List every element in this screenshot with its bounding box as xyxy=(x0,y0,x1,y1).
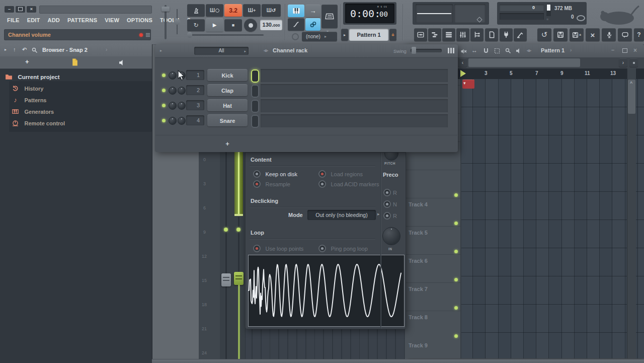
step-edit-button[interactable]: Ш+ xyxy=(243,4,261,17)
mute-icon[interactable] xyxy=(461,48,467,54)
menu-add[interactable]: ADD xyxy=(48,17,60,23)
option-load-regions[interactable]: Load regions xyxy=(318,169,363,178)
oscilloscope[interactable] xyxy=(416,4,453,23)
play-button[interactable]: ▶ xyxy=(206,18,223,32)
tree-item-history[interactable]: History xyxy=(12,84,43,93)
declick-mode-selector[interactable]: Out only (no bleeding) xyxy=(307,210,376,220)
wait-for-input-button[interactable]: Ш xyxy=(206,4,223,17)
tree-item-remote-control[interactable]: Remote control xyxy=(12,118,65,127)
stop-button[interactable]: ■ xyxy=(224,19,242,31)
channel-pan-knob[interactable] xyxy=(169,117,177,125)
maximize-button[interactable] xyxy=(16,6,25,13)
help-button[interactable]: ? xyxy=(634,28,644,41)
step-sequencer-area[interactable] xyxy=(261,69,448,82)
pattern-prev-button[interactable]: ▸ xyxy=(341,29,348,41)
browser-button[interactable] xyxy=(470,28,484,41)
track-led[interactable] xyxy=(454,250,458,253)
rack-display-grid-icon[interactable] xyxy=(448,48,449,53)
pattern-next-button[interactable]: + xyxy=(389,29,396,41)
channel-button[interactable]: Hat xyxy=(207,99,248,111)
close-button[interactable]: × xyxy=(27,6,36,13)
touch-controller-button[interactable] xyxy=(514,28,527,41)
lane-led[interactable] xyxy=(224,228,228,232)
channel-led-strip[interactable] xyxy=(251,69,259,83)
browser-audio-tab-icon[interactable] xyxy=(119,59,125,66)
step-sequencer-area[interactable] xyxy=(261,99,448,112)
rack-menu-chevron[interactable]: ▸ xyxy=(160,48,162,53)
browser-file-tab-icon[interactable] xyxy=(71,58,78,66)
channel-pan-knob[interactable] xyxy=(169,87,177,95)
select-icon[interactable] xyxy=(494,48,500,54)
track-name[interactable]: Track 6 xyxy=(409,258,428,264)
browser-add-tab[interactable]: + xyxy=(25,58,29,65)
rack-titlebar[interactable]: ▸ All▸ ◃▹ Channel rack Swing xyxy=(155,44,458,58)
step-sequencer-area[interactable] xyxy=(261,114,448,127)
channel-pan-knob[interactable] xyxy=(169,102,177,110)
channel-filter-selector[interactable]: All▸ xyxy=(194,47,249,55)
track-name[interactable]: Track 7 xyxy=(409,286,428,292)
render-button[interactable]: × xyxy=(586,28,600,41)
scroll-options-button[interactable] xyxy=(629,58,638,67)
playlist-minimize-button[interactable]: – xyxy=(611,47,614,53)
browser-search-icon[interactable] xyxy=(32,47,38,53)
channel-button[interactable]: Kick xyxy=(207,69,248,81)
piano-roll-button[interactable] xyxy=(428,28,441,41)
v-scrollbar[interactable]: ^ xyxy=(627,68,636,358)
magnet-icon[interactable] xyxy=(483,48,489,54)
mode-chevron[interactable]: ▸ xyxy=(377,211,380,216)
fx-normalize[interactable]: N xyxy=(383,199,397,208)
shuffle-handle[interactable] xyxy=(187,32,192,38)
channel-volume-knob[interactable] xyxy=(178,87,186,95)
h-scrollbar-thumb[interactable] xyxy=(468,58,580,67)
channel-enable-led[interactable] xyxy=(162,74,166,77)
playlist-close-button[interactable]: × xyxy=(633,47,637,54)
rack-slide-icon[interactable]: ◃▹ xyxy=(264,48,268,53)
record-button[interactable] xyxy=(244,19,257,32)
channel-enable-led[interactable] xyxy=(162,89,166,92)
channel-volume-knob[interactable] xyxy=(178,117,186,125)
menu-edit[interactable]: EDIT xyxy=(27,17,40,23)
channel-enable-led[interactable] xyxy=(162,119,166,122)
channel-button[interactable]: Snare xyxy=(207,114,248,126)
browser-collapse-icon[interactable]: ▸ xyxy=(5,47,7,52)
plugin-picker-button[interactable] xyxy=(485,28,498,41)
browser-back-icon[interactable]: ↶ xyxy=(22,46,27,53)
browser-up-icon[interactable]: ↑ xyxy=(13,46,16,52)
save-new-version-button[interactable]: + xyxy=(570,28,584,41)
playlist-grid[interactable] xyxy=(460,79,644,358)
menu-options[interactable]: OPTIONS xyxy=(127,17,152,23)
track-name[interactable]: Track 8 xyxy=(409,314,428,320)
snap-selector[interactable]: (none)▸ xyxy=(302,32,337,41)
track-name[interactable]: Track 5 xyxy=(409,230,428,236)
fx-reverse[interactable]: R xyxy=(383,211,397,220)
audio-recording-button[interactable] xyxy=(602,28,616,41)
playlist-maximize-button[interactable] xyxy=(622,48,627,53)
typing-keyboard-button[interactable] xyxy=(321,5,338,28)
pan-arrows-icon[interactable]: ↔ xyxy=(471,47,477,54)
option-ping-pong[interactable]: Ping pong loop xyxy=(318,244,368,253)
scroll-left-button[interactable]: ‹ xyxy=(458,58,467,67)
note-arrow-button[interactable]: → xyxy=(305,5,320,17)
metronome-button[interactable] xyxy=(187,4,205,17)
channel-volume-knob[interactable] xyxy=(178,102,186,110)
track-led[interactable] xyxy=(454,193,458,197)
track-led[interactable] xyxy=(454,278,458,281)
channel-rack-button[interactable] xyxy=(442,28,455,41)
recording-filter-button[interactable] xyxy=(288,18,304,31)
countdown-precount-button[interactable]: 3.2 xyxy=(224,4,242,17)
tree-item-generators[interactable]: Generators xyxy=(12,107,54,116)
channel-button[interactable]: Clap xyxy=(207,84,248,96)
time-display[interactable]: 0:00: 00 M S CS xyxy=(345,4,394,23)
chat-button[interactable] xyxy=(618,28,632,41)
option-use-loop-points[interactable]: Use loop points xyxy=(253,244,303,253)
pattern-clip[interactable]: ▾ xyxy=(462,80,474,89)
tree-root[interactable]: Current project xyxy=(5,72,60,81)
tree-item-patterns[interactable]: ♪ Patterns xyxy=(12,95,46,104)
menu-file[interactable]: FILE xyxy=(7,17,20,23)
fader-handle[interactable] xyxy=(221,273,231,286)
minimize-button[interactable]: – xyxy=(5,6,14,13)
pattern-selector[interactable]: Pattern 1 xyxy=(349,29,388,41)
browser-more-icon[interactable]: › xyxy=(106,47,107,52)
plugin-button[interactable] xyxy=(500,28,513,41)
track-led[interactable] xyxy=(454,222,458,225)
